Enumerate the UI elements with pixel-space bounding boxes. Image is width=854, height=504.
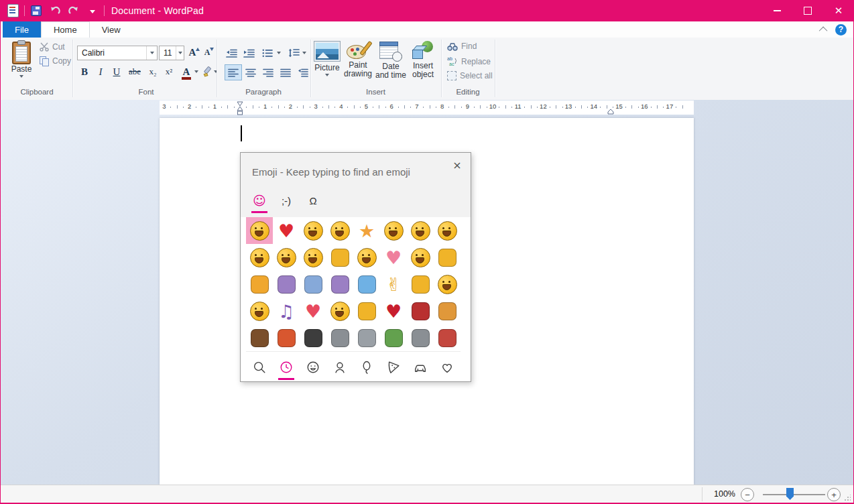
emoji-musical-notes[interactable]: ♫ [273, 298, 300, 324]
emoji-woman-facepalming[interactable] [273, 271, 300, 298]
zoom-in-button[interactable]: + [827, 488, 841, 501]
emoji-hacker-cat[interactable] [353, 324, 380, 351]
emoji-grinning-cat-with-smiling-eyes[interactable] [380, 217, 407, 244]
emoji-sparkling-heart[interactable]: ♥ [300, 298, 326, 324]
right-indent-marker[interactable] [607, 105, 614, 117]
emoji-astro-cat[interactable] [434, 324, 461, 351]
paragraph-settings-button[interactable] [294, 64, 312, 80]
font-size-combo[interactable]: 11 [159, 46, 184, 60]
tab-home[interactable]: Home [41, 21, 90, 38]
emoji-victory-hand[interactable]: ✌ [380, 271, 407, 298]
zoom-slider-track[interactable] [763, 494, 825, 495]
emoji-thinking-face[interactable] [434, 217, 461, 244]
copy-button[interactable]: Copy [40, 56, 71, 66]
emoji-man-shrugging[interactable] [353, 271, 380, 298]
save-icon[interactable] [29, 3, 44, 18]
maximize-button[interactable] [792, 0, 823, 21]
emoji-ninja-cat[interactable] [300, 324, 326, 351]
emoji-nav-symbols-icon[interactable] [434, 352, 461, 382]
decrease-indent-button[interactable] [223, 45, 240, 61]
justify-button[interactable] [277, 64, 294, 80]
emoji-dino-cat[interactable] [380, 324, 407, 351]
emoji-unamused-face[interactable] [326, 217, 353, 244]
emoji-tab-symbols[interactable]: Ω [300, 188, 326, 213]
emoji-kiss-mark[interactable]: ♥ [380, 298, 407, 324]
emoji-panel-close-icon[interactable]: × [450, 158, 464, 172]
emoji-tab-emoji[interactable]: ☺ [246, 188, 273, 213]
font-color-button[interactable]: A [179, 65, 194, 78]
emoji-face-with-tears-of-joy[interactable] [407, 217, 434, 244]
date-and-time-button[interactable]: Date and time [375, 40, 407, 88]
insert-object-button[interactable]: Insert object [408, 40, 438, 88]
strikethrough-button[interactable]: abe [125, 65, 144, 78]
cut-button[interactable]: Cut [40, 42, 65, 52]
emoji-ok-hand[interactable] [326, 244, 353, 271]
increase-indent-button[interactable] [240, 45, 257, 61]
highlight-dropdown-icon[interactable] [212, 65, 219, 78]
emoji-rolling-on-the-floor-laughing[interactable] [273, 244, 300, 271]
underline-button[interactable]: U [109, 65, 124, 78]
emoji-person-shrugging[interactable] [326, 271, 353, 298]
emoji-nav-search-icon[interactable] [246, 352, 273, 382]
bold-button[interactable]: B [77, 65, 92, 78]
shrink-font-button[interactable]: A [202, 46, 217, 59]
emoji-nav-travel-icon[interactable] [407, 352, 434, 382]
collapse-ribbon-icon[interactable] [819, 26, 828, 35]
undo-icon[interactable] [48, 3, 62, 18]
emoji-crying-face[interactable] [300, 217, 326, 244]
select-all-button[interactable]: Select all [447, 71, 493, 80]
emoji-party-popper[interactable] [434, 298, 461, 324]
minimize-button[interactable] [761, 0, 792, 21]
ruler[interactable]: 3211234567891011121314151617 [160, 101, 694, 115]
emoji-beaming-face-with-smiling-eyes[interactable] [407, 244, 434, 271]
paste-button[interactable]: Paste [6, 40, 37, 86]
close-button[interactable]: ✕ [823, 0, 854, 21]
emoji-star[interactable]: ★ [353, 217, 380, 244]
tab-view[interactable]: View [90, 21, 133, 38]
grow-font-button[interactable]: A [187, 46, 202, 59]
replace-button[interactable]: abac Replace [447, 56, 491, 66]
list-dropdown-icon[interactable] [274, 45, 284, 61]
emoji-crossed-fingers[interactable] [407, 271, 434, 298]
emoji-face-blowing-a-kiss[interactable] [353, 244, 380, 271]
emoji-winking-face[interactable] [434, 271, 461, 298]
resize-grip-icon[interactable] [844, 495, 851, 501]
emoji-person-facepalming[interactable] [300, 271, 326, 298]
emoji-smiling-face-with-heart-eyes[interactable] [300, 244, 326, 271]
emoji-nav-celebrations-icon[interactable] [353, 352, 380, 382]
emoji-winking-face-with-tongue[interactable] [326, 298, 353, 324]
paint-drawing-button[interactable]: Paint drawing [343, 40, 373, 88]
emoji-tab-kaomoji[interactable]: ;-) [273, 188, 300, 213]
emoji-raising-hands[interactable] [246, 271, 273, 298]
subscript-button[interactable]: x₂ [145, 65, 160, 78]
zoom-slider-thumb[interactable] [786, 488, 794, 500]
picture-button[interactable]: Picture [312, 40, 343, 88]
wordpad-app-icon[interactable] [5, 3, 20, 18]
tab-file[interactable]: File [3, 21, 41, 38]
line-spacing-dropdown-icon[interactable] [300, 45, 309, 61]
font-size-dropdown-icon[interactable] [176, 46, 184, 60]
emoji-two-hearts[interactable]: ♥ [380, 244, 407, 271]
first-line-indent-marker[interactable] [237, 101, 243, 118]
emoji-selfie[interactable] [273, 324, 300, 351]
align-right-button[interactable] [259, 64, 277, 80]
emoji-clapping-hands[interactable] [353, 298, 380, 324]
redo-icon[interactable] [66, 3, 81, 18]
emoji-nav-food-icon[interactable] [380, 352, 407, 382]
font-family-combo[interactable]: Calibri [77, 46, 158, 60]
help-icon[interactable]: ? [835, 24, 847, 36]
zoom-out-button[interactable]: − [741, 488, 754, 501]
font-color-dropdown-icon[interactable] [192, 65, 200, 78]
superscript-button[interactable]: x² [162, 65, 176, 78]
emoji-grinning-face-with-big-eyes[interactable] [246, 217, 273, 244]
emoji-rose[interactable] [407, 298, 434, 324]
align-center-button[interactable] [242, 64, 259, 80]
emoji-nav-recent-icon[interactable] [273, 352, 300, 382]
emoji-stunt-cat[interactable] [326, 324, 353, 351]
find-button[interactable]: Find [447, 42, 477, 51]
emoji-birthday-cake[interactable] [246, 324, 273, 351]
emoji-thumbs-up[interactable] [434, 244, 461, 271]
italic-button[interactable]: I [93, 65, 108, 78]
emoji-smiling-face-with-sunglasses[interactable] [246, 298, 273, 324]
emoji-smiling-face-with-smiling-eyes[interactable] [246, 244, 273, 271]
